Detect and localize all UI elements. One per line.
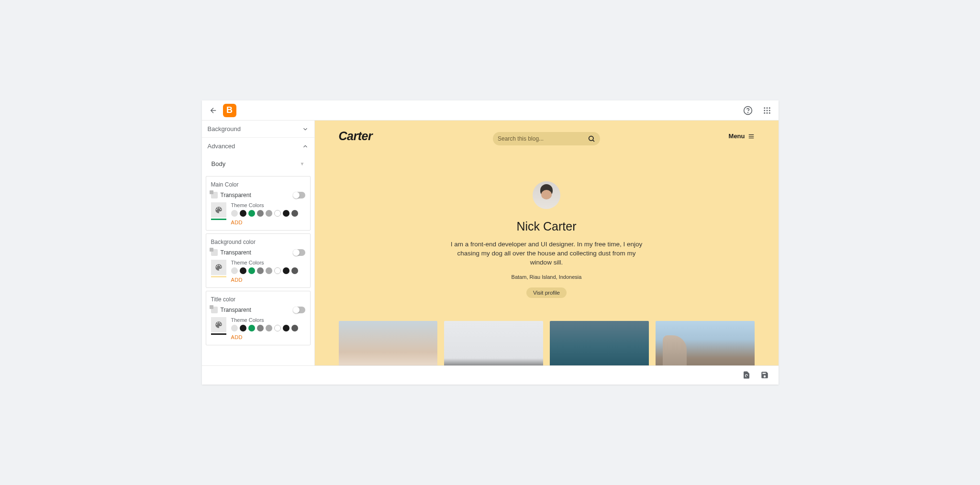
- color-swatch[interactable]: [248, 325, 255, 331]
- save-icon: [760, 371, 769, 379]
- apps-grid-icon: [763, 106, 771, 115]
- search-icon: [588, 135, 595, 143]
- dropdown-value: Body: [212, 160, 226, 167]
- color-section: Theme ColorsADD: [211, 317, 305, 340]
- add-color-button[interactable]: ADD: [231, 277, 305, 283]
- color-swatch[interactable]: [266, 210, 272, 217]
- add-color-button[interactable]: ADD: [231, 220, 305, 225]
- color-swatch[interactable]: [291, 267, 298, 274]
- apps-button[interactable]: [761, 105, 773, 116]
- color-swatch[interactable]: [257, 210, 264, 217]
- color-section: Theme ColorsADD: [211, 260, 305, 283]
- blogger-logo: B: [223, 104, 236, 117]
- preview-pane: Carter Menu Nick Carter I am a front-end…: [315, 121, 779, 365]
- color-swatch[interactable]: [240, 267, 246, 274]
- color-swatch[interactable]: [274, 210, 281, 217]
- menu-label: Menu: [729, 132, 745, 140]
- post-card[interactable]: [444, 321, 543, 365]
- profile-area: Nick Carter I am a front-end developer a…: [315, 181, 779, 298]
- transparency-icon: [211, 249, 218, 256]
- chevron-down-icon: [302, 126, 309, 132]
- color-swatch[interactable]: [257, 267, 264, 274]
- hamburger-icon: [748, 133, 755, 140]
- color-swatch[interactable]: [266, 325, 272, 331]
- help-button[interactable]: [742, 105, 754, 116]
- search-box[interactable]: [493, 132, 600, 145]
- transparent-toggle[interactable]: [293, 249, 305, 256]
- section-advanced[interactable]: Advanced: [202, 138, 314, 154]
- help-icon: [743, 106, 753, 115]
- svg-point-5: [764, 110, 765, 111]
- svg-point-4: [768, 107, 770, 109]
- search-input[interactable]: [498, 135, 588, 142]
- color-swatch[interactable]: [248, 210, 255, 217]
- color-swatch[interactable]: [231, 210, 238, 217]
- theme-colors-label: Theme Colors: [231, 317, 305, 323]
- color-swatch[interactable]: [283, 210, 290, 217]
- logo-letter: B: [226, 105, 233, 115]
- transparent-toggle[interactable]: [293, 307, 305, 313]
- save-button[interactable]: [760, 371, 770, 380]
- post-card[interactable]: [339, 321, 438, 365]
- card-title: Main Color: [211, 181, 305, 188]
- profile-bio: I am a front-end developer and UI design…: [448, 240, 645, 267]
- avatar[interactable]: [533, 181, 560, 209]
- palette-icon: [214, 263, 223, 272]
- swatch-row: [231, 210, 305, 217]
- chevron-up-icon: [302, 143, 309, 150]
- color-swatch[interactable]: [231, 267, 238, 274]
- color-swatch[interactable]: [274, 325, 281, 331]
- section-label: Advanced: [208, 143, 235, 150]
- color-swatch[interactable]: [283, 267, 290, 274]
- section-background[interactable]: Background: [202, 121, 314, 138]
- color-card: Main ColorTransparentTheme ColorsADD: [206, 176, 311, 231]
- color-swatch[interactable]: [240, 325, 246, 331]
- post-card[interactable]: [550, 321, 649, 365]
- color-card: Background colorTransparentTheme ColorsA…: [206, 233, 311, 288]
- post-card[interactable]: [656, 321, 755, 365]
- color-picker[interactable]: [211, 202, 226, 225]
- svg-point-6: [766, 110, 768, 111]
- palette-icon: [214, 206, 223, 214]
- triangle-down-icon: ▼: [300, 161, 305, 166]
- color-swatch[interactable]: [231, 325, 238, 331]
- color-swatch[interactable]: [248, 267, 255, 274]
- svg-point-2: [764, 107, 765, 109]
- body-dropdown[interactable]: Body ▼: [202, 154, 314, 173]
- color-swatch[interactable]: [291, 210, 298, 217]
- back-button[interactable]: [208, 105, 219, 116]
- color-picker[interactable]: [211, 260, 226, 283]
- color-swatch[interactable]: [274, 267, 281, 274]
- theme-colors-label: Theme Colors: [231, 260, 305, 265]
- color-swatch[interactable]: [283, 325, 290, 331]
- color-swatch[interactable]: [291, 325, 298, 331]
- visit-profile-button[interactable]: Visit profile: [526, 287, 567, 298]
- section-label: Background: [208, 125, 241, 132]
- color-picker[interactable]: [211, 317, 226, 340]
- transparent-label: Transparent: [221, 249, 251, 256]
- svg-point-7: [768, 110, 770, 111]
- svg-line-12: [593, 140, 594, 142]
- blog-title[interactable]: Carter: [339, 129, 373, 143]
- card-title: Title color: [211, 296, 305, 303]
- color-swatch[interactable]: [240, 210, 246, 217]
- color-swatch[interactable]: [257, 325, 264, 331]
- app-body: Background Advanced Body ▼ Main ColorTra…: [202, 121, 779, 365]
- transparent-label: Transparent: [221, 307, 251, 313]
- app-window: B Background Advanced Body ▼ Main ColorT…: [202, 100, 779, 385]
- revert-button[interactable]: [742, 371, 752, 380]
- svg-point-1: [747, 112, 748, 112]
- transparent-toggle[interactable]: [293, 192, 305, 198]
- profile-location: Batam, Riau Island, Indonesia: [315, 274, 779, 280]
- color-swatch[interactable]: [266, 267, 272, 274]
- theme-colors-label: Theme Colors: [231, 202, 305, 208]
- transparency-icon: [211, 192, 218, 198]
- transparent-row: Transparent: [211, 307, 305, 313]
- menu-button[interactable]: Menu: [729, 132, 755, 140]
- post-grid: [315, 321, 779, 365]
- picker-underline: [211, 333, 226, 335]
- svg-point-3: [766, 107, 768, 109]
- card-title: Background color: [211, 239, 305, 245]
- add-color-button[interactable]: ADD: [231, 334, 305, 340]
- palette-icon: [214, 320, 223, 329]
